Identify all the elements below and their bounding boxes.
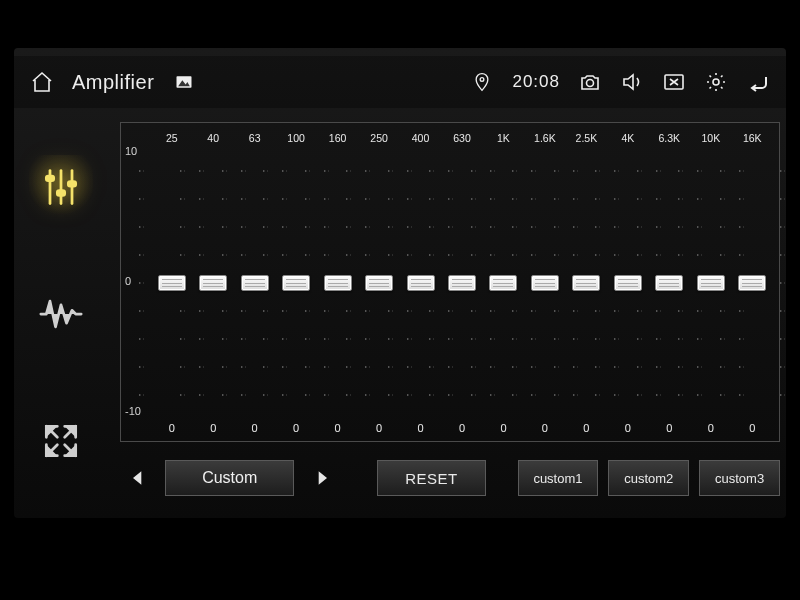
slider-thumb[interactable] [365, 275, 393, 291]
band-value: 0 [210, 419, 216, 437]
eq-scale: 10 0 -10 [121, 123, 151, 441]
slider-thumb[interactable] [282, 275, 310, 291]
eq-band: 400 [192, 129, 233, 437]
preset-next-button[interactable] [304, 458, 339, 498]
svg-rect-17 [57, 191, 64, 196]
reset-button[interactable]: RESET [377, 460, 485, 496]
back-icon[interactable] [746, 70, 770, 94]
svg-rect-19 [68, 182, 75, 187]
mode-rail [16, 124, 106, 504]
slider-thumb[interactable] [738, 275, 766, 291]
status-bar: Amplifier 20:08 [14, 56, 786, 108]
band-value: 0 [749, 419, 755, 437]
band-slider[interactable] [649, 151, 690, 415]
band-value: 0 [335, 419, 341, 437]
slider-thumb[interactable] [324, 275, 352, 291]
eq-band: 6.3K0 [649, 129, 690, 437]
slider-thumb[interactable] [158, 275, 186, 291]
band-value: 0 [459, 419, 465, 437]
band-freq-label: 1K [497, 129, 510, 147]
eq-band: 4K0 [607, 129, 648, 437]
band-slider[interactable] [607, 151, 648, 415]
band-slider[interactable] [192, 151, 233, 415]
band-value: 0 [376, 419, 382, 437]
eq-band: 2500 [358, 129, 399, 437]
band-freq-label: 63 [249, 129, 261, 147]
eq-band: 1K0 [483, 129, 524, 437]
svg-point-2 [481, 78, 485, 82]
eq-band: 250 [151, 129, 192, 437]
slider-thumb[interactable] [572, 275, 600, 291]
band-slider[interactable] [151, 151, 192, 415]
svg-line-12 [710, 87, 712, 89]
band-slider[interactable] [400, 151, 441, 415]
band-slider[interactable] [732, 151, 773, 415]
slider-thumb[interactable] [199, 275, 227, 291]
mode-sound[interactable] [29, 282, 93, 346]
clock: 20:08 [512, 72, 560, 92]
brightness-down-icon[interactable] [704, 70, 728, 94]
preset-prev-button[interactable] [120, 458, 155, 498]
band-value: 0 [542, 419, 548, 437]
band-slider[interactable] [483, 151, 524, 415]
band-value: 0 [293, 419, 299, 437]
band-value: 0 [500, 419, 506, 437]
band-freq-label: 10K [701, 129, 720, 147]
band-freq-label: 2.5K [576, 129, 598, 147]
preset-slot-2[interactable]: custom2 [608, 460, 689, 496]
band-freq-label: 630 [453, 129, 471, 147]
band-slider[interactable] [234, 151, 275, 415]
bottom-controls: Custom RESET custom1 custom2 custom3 [120, 454, 780, 502]
scale-max: 10 [125, 145, 151, 157]
band-value: 0 [169, 419, 175, 437]
svg-point-3 [587, 80, 594, 87]
preset-slot-1[interactable]: custom1 [518, 460, 599, 496]
preset-name[interactable]: Custom [165, 460, 294, 496]
eq-band: 1000 [275, 129, 316, 437]
slider-thumb[interactable] [448, 275, 476, 291]
band-freq-label: 1.6K [534, 129, 556, 147]
picture-icon[interactable] [172, 70, 196, 94]
preset-slot-3[interactable]: custom3 [699, 460, 780, 496]
band-value: 0 [708, 419, 714, 437]
camera-icon[interactable] [578, 70, 602, 94]
svg-rect-15 [46, 176, 53, 181]
svg-point-5 [713, 79, 719, 85]
band-freq-label: 400 [412, 129, 430, 147]
home-icon[interactable] [30, 70, 54, 94]
slider-thumb[interactable] [407, 275, 435, 291]
slider-thumb[interactable] [489, 275, 517, 291]
location-icon[interactable] [470, 70, 494, 94]
eq-band: 2.5K0 [566, 129, 607, 437]
svg-line-11 [721, 87, 723, 89]
band-slider[interactable] [358, 151, 399, 415]
volume-icon[interactable] [620, 70, 644, 94]
eq-band: 1600 [317, 129, 358, 437]
slider-thumb[interactable] [614, 275, 642, 291]
equalizer-panel: 10 0 -10 250400630100016002500400063001K… [120, 122, 780, 442]
svg-line-10 [710, 76, 712, 78]
eq-band: 1.6K0 [524, 129, 565, 437]
band-value: 0 [583, 419, 589, 437]
band-slider[interactable] [566, 151, 607, 415]
scale-mid: 0 [125, 275, 151, 287]
band-slider[interactable] [441, 151, 482, 415]
slider-thumb[interactable] [697, 275, 725, 291]
band-slider[interactable] [317, 151, 358, 415]
close-screen-icon[interactable] [662, 70, 686, 94]
band-slider[interactable] [690, 151, 731, 415]
slider-thumb[interactable] [655, 275, 683, 291]
slider-thumb[interactable] [531, 275, 559, 291]
band-freq-label: 25 [166, 129, 178, 147]
svg-marker-20 [133, 471, 141, 484]
mode-balance[interactable] [29, 409, 93, 473]
mode-equalizer[interactable] [29, 155, 93, 219]
band-slider[interactable] [275, 151, 316, 415]
scale-min: -10 [125, 405, 151, 417]
band-slider[interactable] [524, 151, 565, 415]
band-value: 0 [625, 419, 631, 437]
eq-band: 6300 [441, 129, 482, 437]
slider-thumb[interactable] [241, 275, 269, 291]
band-freq-label: 6.3K [659, 129, 681, 147]
band-value: 0 [417, 419, 423, 437]
